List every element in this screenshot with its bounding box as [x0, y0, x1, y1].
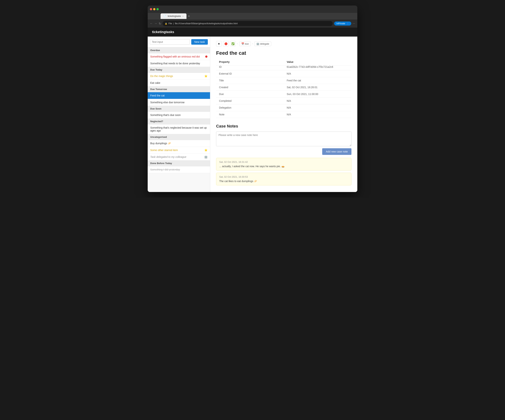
- red-dot-badge: [205, 56, 208, 58]
- property-cell: Created: [216, 84, 284, 91]
- dot-separator-2: •: [252, 43, 253, 45]
- red-dot-icon: 🔴: [224, 42, 227, 45]
- task-toolbar: ★ 🔴 ✅ • 📅 due • 🏢 delegate: [216, 41, 351, 46]
- list-item[interactable]: Something that's due soon: [148, 112, 210, 118]
- section-header-uncategorised: Uncategorised: [148, 134, 210, 140]
- section-header-neglected: Neglected?: [148, 118, 210, 124]
- inprivate-button[interactable]: InPrivate 👤: [334, 21, 351, 25]
- task-text: Something that's due soon: [150, 114, 181, 117]
- url-bar[interactable]: 🔒 File | file:///Users/blair/00blair/git…: [163, 21, 333, 26]
- list-item[interactable]: Buy dumplings 🥟: [148, 140, 210, 147]
- task-text: Something that needs to be done yesterda…: [150, 62, 200, 65]
- list-item[interactable]: Something else due tomorrow: [148, 99, 210, 106]
- value-column-header: Value: [284, 61, 351, 65]
- delegate-label: 🏢 delegate: [256, 43, 269, 45]
- list-item[interactable]: Something that needs to be done yesterda…: [148, 60, 210, 67]
- list-item[interactable]: Something that's neglected because it wa…: [148, 124, 210, 134]
- due-tag-btn[interactable]: 📅 due: [239, 42, 251, 46]
- delegate-tag-btn[interactable]: 🏢 delegate: [254, 42, 271, 46]
- value-cell: Feed the cat: [284, 77, 351, 84]
- list-item[interactable]: Something flagged with an ominous red do…: [148, 53, 210, 60]
- app-content: New task Overdue Something flagged with …: [148, 37, 357, 192]
- case-note-input[interactable]: [216, 131, 351, 146]
- dot-separator-1: •: [237, 43, 238, 45]
- list-item[interactable]: Eat cake: [148, 80, 210, 86]
- case-notes-list: Sat, 02 Oct 2021, 16:31:42 ... actually,…: [216, 158, 351, 185]
- list-item[interactable]: Some other starred item ⭐: [148, 147, 210, 154]
- address-bar: ← → ↻ 🔒 File | file:///Users/blair/00bla…: [148, 19, 357, 28]
- fullscreen-traffic-light[interactable]: [157, 8, 159, 10]
- table-row: Created Sat, 02 Oct 2021, 16:26:01: [216, 84, 351, 91]
- task-search-input[interactable]: [150, 39, 190, 45]
- case-note-text: The cat likes to eat dumplings 🥟: [219, 180, 348, 183]
- task-text: Something else due tomorrow: [150, 101, 184, 104]
- case-note-date: Sat, 02 Oct 2021, 16:30:53: [219, 175, 348, 178]
- new-tab-btn[interactable]: +: [188, 14, 190, 18]
- section-header-due-tomorrow: Due Tomorrow: [148, 86, 210, 92]
- title-bar: [148, 6, 357, 13]
- table-row: Completed N/A: [216, 98, 351, 104]
- forward-button[interactable]: →: [154, 22, 157, 25]
- value-cell: N/A: [284, 98, 351, 104]
- back-button[interactable]: ←: [150, 22, 153, 25]
- user-avatar: 👤: [346, 22, 349, 25]
- star-icon: ⭐: [204, 74, 208, 78]
- star-toolbar-btn[interactable]: ★: [216, 41, 222, 46]
- property-cell: Completed: [216, 98, 284, 104]
- table-row: Title Feed the cat: [216, 77, 351, 84]
- property-cell: External ID: [216, 70, 284, 77]
- close-traffic-light[interactable]: [150, 8, 152, 10]
- properties-table: Property Value ID 61ad2b2c-7743-44ff-b09…: [216, 61, 351, 118]
- property-cell: Delegation: [216, 104, 284, 111]
- case-note-card: Sat, 02 Oct 2021, 16:31:42 ... actually,…: [216, 158, 351, 171]
- url-path: file:///Users/blair/00blair/gitrepos/tic…: [175, 22, 238, 25]
- task-text: Task delegated to my colleague: [150, 155, 186, 158]
- property-cell: ID: [216, 65, 284, 70]
- browser-menu-btn[interactable]: ···: [353, 22, 355, 25]
- list-item[interactable]: Do the magic things ⭐: [148, 73, 210, 80]
- url-protocol: File: [169, 22, 172, 25]
- table-row: Delegation N/A: [216, 104, 351, 111]
- section-header-due-soon: Due Soon: [148, 106, 210, 112]
- main-panel: ★ 🔴 ✅ • 📅 due • 🏢 delegate: [210, 37, 357, 192]
- task-text: Buy dumplings 🥟: [150, 142, 171, 145]
- flag-toolbar-btn[interactable]: 🔴: [223, 41, 229, 46]
- star-icon: ★: [218, 42, 220, 45]
- value-cell: N/A: [284, 111, 351, 118]
- inprivate-label: InPrivate: [336, 22, 345, 25]
- section-header-overdue: Overdue: [148, 47, 210, 53]
- refresh-button[interactable]: ↻: [159, 22, 161, 25]
- case-note-card: Sat, 02 Oct 2021, 16:30:53 The cat likes…: [216, 173, 351, 185]
- value-cell: 61ad2b2c-7743-44ff-b094-c7f3c721a2c6: [284, 65, 351, 70]
- task-text: Eat cake: [150, 81, 160, 84]
- section-header-done-before-today: Done Before Today: [148, 161, 210, 166]
- case-notes-section: Case Notes Add new case note Sat, 02 Oct…: [216, 124, 351, 185]
- lock-icon: 🔒: [165, 22, 167, 25]
- check-icon: ✅: [231, 42, 234, 45]
- add-note-row: Add new case note: [216, 148, 351, 155]
- case-note-text: ... actually, I asked the cat now. He sa…: [219, 165, 348, 168]
- minimize-traffic-light[interactable]: [153, 8, 155, 10]
- table-row: External ID N/A: [216, 70, 351, 77]
- list-item[interactable]: Something I did yesterday: [148, 166, 210, 173]
- browser-window: 📄 ticketingtasks × + ← → ↻ 🔒 File | file…: [148, 6, 357, 192]
- tab-favicon: 📄: [164, 15, 166, 18]
- active-tab[interactable]: 📄 ticketingtasks ×: [161, 13, 186, 19]
- table-row: ID 61ad2b2c-7743-44ff-b094-c7f3c721a2c6: [216, 65, 351, 70]
- sidebar: New task Overdue Something flagged with …: [148, 37, 210, 192]
- case-notes-title: Case Notes: [216, 124, 351, 129]
- traffic-lights: [150, 8, 159, 10]
- value-cell: Sat, 02 Oct 2021, 16:26:01: [284, 84, 351, 91]
- check-toolbar-btn[interactable]: ✅: [230, 41, 236, 46]
- property-cell: Note: [216, 111, 284, 118]
- new-task-button[interactable]: New task: [191, 39, 208, 45]
- property-cell: Title: [216, 77, 284, 84]
- list-item[interactable]: Feed the cat: [148, 92, 210, 99]
- value-cell: N/A: [284, 70, 351, 77]
- value-cell: N/A: [284, 104, 351, 111]
- list-item[interactable]: Task delegated to my colleague 🏢: [148, 154, 210, 161]
- table-row: Note N/A: [216, 111, 351, 118]
- url-separator: |: [173, 22, 174, 25]
- tab-close-btn[interactable]: ×: [183, 15, 183, 17]
- add-note-button[interactable]: Add new case note: [322, 148, 351, 155]
